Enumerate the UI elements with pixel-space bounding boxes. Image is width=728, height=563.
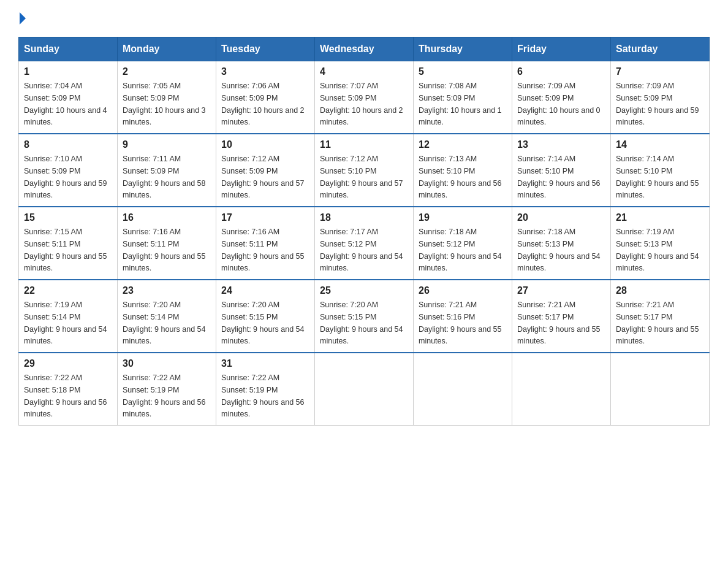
day-number: 2 xyxy=(123,66,211,77)
calendar-week-row: 8 Sunrise: 7:10 AMSunset: 5:09 PMDayligh… xyxy=(19,134,710,207)
day-info: Sunrise: 7:12 AMSunset: 5:10 PMDaylight:… xyxy=(320,155,403,199)
day-number: 25 xyxy=(320,285,408,296)
day-info: Sunrise: 7:14 AMSunset: 5:10 PMDaylight:… xyxy=(616,155,699,199)
day-number: 30 xyxy=(123,358,211,369)
day-number: 20 xyxy=(517,212,605,223)
calendar-cell: 14 Sunrise: 7:14 AMSunset: 5:10 PMDaylig… xyxy=(611,134,710,207)
calendar-cell: 24 Sunrise: 7:20 AMSunset: 5:15 PMDaylig… xyxy=(216,280,315,353)
calendar-cell: 20 Sunrise: 7:18 AMSunset: 5:13 PMDaylig… xyxy=(512,207,611,280)
day-number: 21 xyxy=(616,212,704,223)
day-info: Sunrise: 7:21 AMSunset: 5:16 PMDaylight:… xyxy=(419,301,502,345)
weekday-header-row: SundayMondayTuesdayWednesdayThursdayFrid… xyxy=(19,37,710,61)
day-number: 12 xyxy=(419,139,507,150)
calendar-cell: 2 Sunrise: 7:05 AMSunset: 5:09 PMDayligh… xyxy=(118,61,216,134)
weekday-header-tuesday: Tuesday xyxy=(216,37,315,61)
day-number: 23 xyxy=(123,285,211,296)
day-number: 27 xyxy=(517,285,605,296)
calendar-cell: 18 Sunrise: 7:17 AMSunset: 5:12 PMDaylig… xyxy=(315,207,414,280)
calendar-cell: 25 Sunrise: 7:20 AMSunset: 5:15 PMDaylig… xyxy=(315,280,414,353)
calendar-cell: 28 Sunrise: 7:21 AMSunset: 5:17 PMDaylig… xyxy=(611,280,710,353)
calendar-cell: 21 Sunrise: 7:19 AMSunset: 5:13 PMDaylig… xyxy=(611,207,710,280)
day-info: Sunrise: 7:21 AMSunset: 5:17 PMDaylight:… xyxy=(517,301,601,345)
calendar-cell: 17 Sunrise: 7:16 AMSunset: 5:11 PMDaylig… xyxy=(216,207,315,280)
day-info: Sunrise: 7:20 AMSunset: 5:14 PMDaylight:… xyxy=(123,301,206,345)
weekday-header-sunday: Sunday xyxy=(19,37,118,61)
day-number: 19 xyxy=(419,212,507,223)
calendar-cell: 11 Sunrise: 7:12 AMSunset: 5:10 PMDaylig… xyxy=(315,134,414,207)
logo xyxy=(18,12,26,25)
calendar-cell: 16 Sunrise: 7:16 AMSunset: 5:11 PMDaylig… xyxy=(118,207,216,280)
day-info: Sunrise: 7:20 AMSunset: 5:15 PMDaylight:… xyxy=(221,301,305,345)
weekday-header-monday: Monday xyxy=(118,37,216,61)
day-info: Sunrise: 7:12 AMSunset: 5:09 PMDaylight:… xyxy=(221,155,305,199)
day-number: 13 xyxy=(517,139,605,150)
calendar-cell: 6 Sunrise: 7:09 AMSunset: 5:09 PMDayligh… xyxy=(512,61,611,134)
calendar-cell: 3 Sunrise: 7:06 AMSunset: 5:09 PMDayligh… xyxy=(216,61,315,134)
day-info: Sunrise: 7:22 AMSunset: 5:19 PMDaylight:… xyxy=(221,373,305,418)
calendar-cell xyxy=(611,353,710,426)
calendar-cell: 10 Sunrise: 7:12 AMSunset: 5:09 PMDaylig… xyxy=(216,134,315,207)
day-info: Sunrise: 7:21 AMSunset: 5:17 PMDaylight:… xyxy=(616,301,699,345)
calendar-cell: 26 Sunrise: 7:21 AMSunset: 5:16 PMDaylig… xyxy=(414,280,512,353)
calendar-cell: 1 Sunrise: 7:04 AMSunset: 5:09 PMDayligh… xyxy=(19,61,118,134)
calendar-cell: 19 Sunrise: 7:18 AMSunset: 5:12 PMDaylig… xyxy=(414,207,512,280)
calendar-week-row: 1 Sunrise: 7:04 AMSunset: 5:09 PMDayligh… xyxy=(19,61,710,134)
day-info: Sunrise: 7:18 AMSunset: 5:12 PMDaylight:… xyxy=(419,228,502,272)
calendar-cell: 8 Sunrise: 7:10 AMSunset: 5:09 PMDayligh… xyxy=(19,134,118,207)
day-number: 17 xyxy=(221,212,309,223)
day-number: 26 xyxy=(419,285,507,296)
day-info: Sunrise: 7:05 AMSunset: 5:09 PMDaylight:… xyxy=(123,82,206,126)
day-info: Sunrise: 7:19 AMSunset: 5:14 PMDaylight:… xyxy=(24,301,107,345)
day-info: Sunrise: 7:20 AMSunset: 5:15 PMDaylight:… xyxy=(320,301,403,345)
day-number: 7 xyxy=(616,66,704,77)
calendar-cell: 22 Sunrise: 7:19 AMSunset: 5:14 PMDaylig… xyxy=(19,280,118,353)
day-number: 22 xyxy=(24,285,112,296)
calendar-week-row: 22 Sunrise: 7:19 AMSunset: 5:14 PMDaylig… xyxy=(19,280,710,353)
calendar-cell: 15 Sunrise: 7:15 AMSunset: 5:11 PMDaylig… xyxy=(19,207,118,280)
calendar-table: SundayMondayTuesdayWednesdayThursdayFrid… xyxy=(18,37,710,426)
day-number: 15 xyxy=(24,212,112,223)
calendar-cell: 29 Sunrise: 7:22 AMSunset: 5:18 PMDaylig… xyxy=(19,353,118,426)
day-number: 6 xyxy=(517,66,605,77)
calendar-week-row: 29 Sunrise: 7:22 AMSunset: 5:18 PMDaylig… xyxy=(19,353,710,426)
calendar-cell: 13 Sunrise: 7:14 AMSunset: 5:10 PMDaylig… xyxy=(512,134,611,207)
calendar-cell: 30 Sunrise: 7:22 AMSunset: 5:19 PMDaylig… xyxy=(118,353,216,426)
weekday-header-thursday: Thursday xyxy=(414,37,512,61)
day-info: Sunrise: 7:22 AMSunset: 5:18 PMDaylight:… xyxy=(24,373,107,418)
page-header xyxy=(18,12,710,25)
day-info: Sunrise: 7:17 AMSunset: 5:12 PMDaylight:… xyxy=(320,228,403,272)
day-info: Sunrise: 7:07 AMSunset: 5:09 PMDaylight:… xyxy=(320,82,403,126)
day-number: 1 xyxy=(24,66,112,77)
calendar-cell xyxy=(512,353,611,426)
weekday-header-saturday: Saturday xyxy=(611,37,710,61)
weekday-header-wednesday: Wednesday xyxy=(315,37,414,61)
day-info: Sunrise: 7:19 AMSunset: 5:13 PMDaylight:… xyxy=(616,228,699,272)
day-number: 10 xyxy=(221,139,309,150)
calendar-cell: 12 Sunrise: 7:13 AMSunset: 5:10 PMDaylig… xyxy=(414,134,512,207)
day-number: 8 xyxy=(24,139,112,150)
day-info: Sunrise: 7:18 AMSunset: 5:13 PMDaylight:… xyxy=(517,228,601,272)
day-info: Sunrise: 7:04 AMSunset: 5:09 PMDaylight:… xyxy=(24,82,107,126)
day-number: 11 xyxy=(320,139,408,150)
day-info: Sunrise: 7:15 AMSunset: 5:11 PMDaylight:… xyxy=(24,228,107,272)
day-number: 5 xyxy=(419,66,507,77)
day-info: Sunrise: 7:09 AMSunset: 5:09 PMDaylight:… xyxy=(517,82,601,126)
calendar-cell: 23 Sunrise: 7:20 AMSunset: 5:14 PMDaylig… xyxy=(118,280,216,353)
day-info: Sunrise: 7:14 AMSunset: 5:10 PMDaylight:… xyxy=(517,155,601,199)
day-number: 3 xyxy=(221,66,309,77)
day-info: Sunrise: 7:09 AMSunset: 5:09 PMDaylight:… xyxy=(616,82,699,126)
day-number: 4 xyxy=(320,66,408,77)
weekday-header-friday: Friday xyxy=(512,37,611,61)
day-number: 9 xyxy=(123,139,211,150)
day-info: Sunrise: 7:16 AMSunset: 5:11 PMDaylight:… xyxy=(221,228,305,272)
day-info: Sunrise: 7:06 AMSunset: 5:09 PMDaylight:… xyxy=(221,82,305,126)
day-number: 28 xyxy=(616,285,704,296)
day-info: Sunrise: 7:11 AMSunset: 5:09 PMDaylight:… xyxy=(123,155,206,199)
calendar-cell: 4 Sunrise: 7:07 AMSunset: 5:09 PMDayligh… xyxy=(315,61,414,134)
calendar-week-row: 15 Sunrise: 7:15 AMSunset: 5:11 PMDaylig… xyxy=(19,207,710,280)
calendar-cell: 31 Sunrise: 7:22 AMSunset: 5:19 PMDaylig… xyxy=(216,353,315,426)
day-number: 31 xyxy=(221,358,309,369)
day-info: Sunrise: 7:08 AMSunset: 5:09 PMDaylight:… xyxy=(419,82,502,126)
calendar-cell: 9 Sunrise: 7:11 AMSunset: 5:09 PMDayligh… xyxy=(118,134,216,207)
day-number: 18 xyxy=(320,212,408,223)
